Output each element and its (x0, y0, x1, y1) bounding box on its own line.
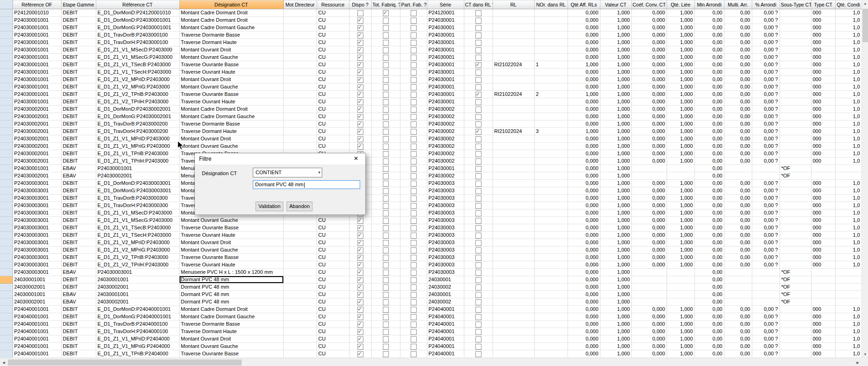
cell-qte_aff_rls[interactable]: 0,000 (568, 83, 600, 91)
cell-dispo[interactable] (349, 128, 371, 135)
row-selector[interactable] (0, 239, 12, 246)
cell-reference_ct[interactable]: E_D1_DorMonD:P24030002001 (96, 106, 179, 113)
cell-ct_dans_rl[interactable] (464, 76, 493, 83)
cell-designation_ct[interactable]: Montant Cadre Dormant Droit (179, 106, 283, 113)
cell-serie[interactable]: P24030002 (427, 128, 464, 135)
tot_fabriq-checkbox[interactable] (383, 314, 389, 320)
cell-etape_gamme[interactable]: DEBIT (61, 113, 96, 120)
cell-sous_type_ct[interactable] (780, 9, 811, 17)
cell-sous_type_ct[interactable] (780, 246, 811, 254)
cell-multi_arr[interactable]: 0,00 (724, 91, 752, 98)
cell-mot_directeur[interactable] (283, 269, 317, 276)
cell-designation_ct[interactable]: Montant Ouvrant Gauche (179, 83, 283, 91)
dispo-checkbox[interactable] (357, 77, 363, 83)
cell-multi_arr[interactable]: 0,00 (724, 232, 752, 239)
cell-dispo[interactable] (349, 291, 371, 298)
cell-etape_gamme[interactable]: DEBIT (61, 328, 96, 335)
cell-qte_aff_rls[interactable]: 0,000 (568, 306, 600, 313)
cell-pct_arrondi[interactable]: 0,00 ? (752, 69, 780, 76)
cell-ct_dans_rl[interactable] (464, 32, 493, 39)
cell-coef_conv_ct[interactable]: 0,000 (631, 328, 667, 335)
cell-dispo[interactable] (349, 350, 371, 358)
cell-min_arrondi[interactable]: 0,00 (694, 106, 724, 113)
cell-qte_aff_rls[interactable]: 0,000 (568, 106, 600, 113)
cell-coef_conv_ct[interactable]: 0,000 (631, 158, 667, 165)
cell-tot_fabriq[interactable] (371, 350, 400, 358)
cell-designation_ct[interactable]: Dormant PVC 48 mm (179, 276, 283, 284)
cell-reference_ct[interactable]: E_D1_Z1_V1_TPriB:P2404000 (96, 350, 179, 358)
cell-part_fab[interactable] (400, 120, 427, 128)
cell-min_arrondi[interactable]: 0,00 (694, 113, 724, 120)
cell-etape_gamme[interactable]: DEBIT (61, 224, 96, 232)
column-header-qte_condi[interactable]: Qté. Condi (835, 0, 862, 9)
row-selector[interactable] (0, 158, 12, 165)
cell-pct_arrondi[interactable] (752, 172, 780, 180)
cell-reference_ct[interactable]: E_D1_DorMonD:P24040001001 (96, 306, 179, 313)
cell-tot_fabriq[interactable] (371, 180, 400, 187)
cell-reference_ct[interactable]: E_D1_TravDorB:P2403000200 (96, 120, 179, 128)
cell-etape_gamme[interactable]: DEBIT (61, 128, 96, 135)
cell-dispo[interactable] (349, 217, 371, 224)
tot_fabriq-checkbox[interactable] (383, 255, 389, 261)
ct_dans_rl-checkbox[interactable] (475, 277, 481, 283)
cell-multi_arr[interactable]: 0,00 (724, 17, 752, 24)
cell-serie[interactable]: P24040001 (427, 321, 464, 328)
cell-type_ct[interactable]: 000 (811, 321, 835, 328)
cell-min_arrondi[interactable]: 0,00 (694, 39, 724, 46)
cell-qte_condi[interactable]: 1,0 (835, 76, 862, 83)
cell-serie[interactable]: P24030003 (427, 261, 464, 269)
cell-reference_ct[interactable]: E_D1_Z1_V1_TSecB:P2403000 (96, 61, 179, 69)
cell-tot_fabriq[interactable] (371, 232, 400, 239)
row-selector[interactable] (0, 195, 12, 202)
tot_fabriq-checkbox[interactable] (383, 10, 389, 16)
cell-designation_ct[interactable]: Traverse Dormant Haute (179, 39, 283, 46)
cell-pct_arrondi[interactable]: 0,00 ? (752, 202, 780, 209)
cell-reference_of[interactable]: P24030002001 (12, 158, 61, 165)
cell-min_arrondi[interactable]: 0,00 (694, 195, 724, 202)
cell-reference_of[interactable]: P24030003001 (12, 180, 61, 187)
cell-pct_arrondi[interactable]: 0,00 ? (752, 187, 780, 195)
cell-valeur_ct[interactable]: 1,000 (600, 291, 631, 298)
cell-multi_arr[interactable]: 0,00 (724, 150, 752, 158)
cell-dispo[interactable] (349, 61, 371, 69)
tot_fabriq-checkbox[interactable] (383, 277, 389, 283)
cell-reference_of[interactable]: 24030002001 (12, 284, 61, 291)
cell-etape_gamme[interactable]: DEBIT (61, 217, 96, 224)
cell-sous_type_ct[interactable]: *OF (780, 172, 811, 180)
cell-qte_condi[interactable]: 1,0 (835, 143, 862, 150)
part_fab-checkbox[interactable] (411, 69, 417, 76)
row-selector[interactable] (0, 313, 12, 321)
cell-qte_aff_rls[interactable]: 0,000 (568, 298, 600, 306)
ct_dans_rl-checkbox[interactable] (475, 136, 481, 142)
cell-sous_type_ct[interactable] (780, 91, 811, 98)
part_fab-checkbox[interactable] (411, 225, 417, 231)
cell-coef_conv_ct[interactable]: 0,000 (631, 83, 667, 91)
cell-etape_gamme[interactable]: DEBIT (61, 17, 96, 24)
dispo-checkbox[interactable] (357, 277, 363, 283)
cell-min_arrondi[interactable]: 0,00 (694, 232, 724, 239)
ct_dans_rl-checkbox[interactable] (475, 218, 481, 224)
cell-part_fab[interactable] (400, 350, 427, 358)
cell-rl[interactable] (493, 46, 534, 54)
cell-multi_arr[interactable]: 0,00 (724, 239, 752, 246)
cell-nor_dans_rl[interactable] (534, 113, 568, 120)
cell-valeur_ct[interactable]: 1,000 (600, 298, 631, 306)
cell-qte_liee[interactable]: 1,000 (667, 343, 694, 350)
cell-pct_arrondi[interactable] (752, 269, 780, 276)
column-header-multi_arr[interactable]: Multi. Arr. (724, 0, 752, 9)
cell-tot_fabriq[interactable] (371, 172, 400, 180)
cell-sous_type_ct[interactable] (780, 98, 811, 106)
cell-qte_condi[interactable]: 1,0 (835, 239, 862, 246)
cell-serie[interactable]: P24030003 (427, 195, 464, 202)
dispo-checkbox[interactable] (357, 322, 363, 328)
cell-part_fab[interactable] (400, 61, 427, 69)
cell-ct_dans_rl[interactable] (464, 298, 493, 306)
part_fab-checkbox[interactable] (411, 173, 417, 179)
part_fab-checkbox[interactable] (411, 40, 417, 46)
cell-qte_condi[interactable]: 1,0 (835, 32, 862, 39)
cell-valeur_ct[interactable]: 1,000 (600, 306, 631, 313)
cell-qte_liee[interactable]: 1,000 (667, 32, 694, 39)
cell-part_fab[interactable] (400, 276, 427, 284)
cell-mot_directeur[interactable] (283, 239, 317, 246)
ct_dans_rl-checkbox[interactable] (475, 77, 481, 83)
